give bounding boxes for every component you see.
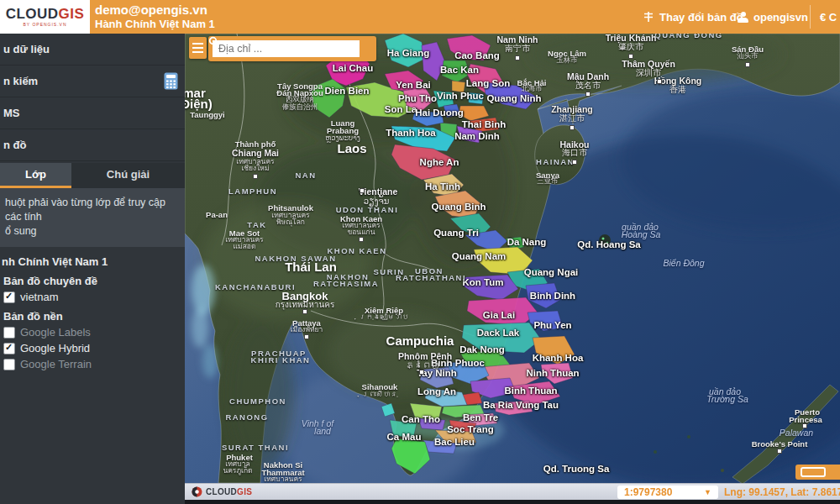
hoang-sa-island — [599, 234, 611, 246]
map-sign-icon — [643, 11, 654, 23]
layer-label: Google Terrain — [20, 358, 92, 370]
cloudgis-mini-icon — [192, 486, 202, 497]
chevron-down-icon: ▼ — [704, 488, 711, 496]
tree-group-thematic[interactable]: Bản đồ chuyên đề — [3, 275, 181, 287]
sidebar-item-data-service[interactable]: u dữ liệu — [0, 34, 185, 66]
search-input[interactable] — [213, 40, 360, 57]
hint-line1: huột phải vào từng lớp để truy cập các t… — [5, 196, 178, 224]
map-canvas[interactable]: Lai ChauHa GiangCao BangBac KanLang SonY… — [185, 34, 840, 483]
logo-text: CLOUDGIS — [6, 7, 85, 21]
currency-label: € C — [820, 11, 837, 24]
overview-map-button[interactable] — [795, 465, 840, 480]
google-hybrid-checkbox[interactable] — [3, 343, 15, 354]
google-labels-checkbox[interactable] — [3, 327, 15, 339]
layer-label: Google Labels — [20, 326, 91, 339]
layer-row-google-labels[interactable]: Google Labels — [3, 326, 181, 339]
cloudgis-app: CLOUDGIS BY OPENGIS.VN demo@opengis.vn H… — [0, 0, 840, 504]
layer-row-google-terrain[interactable]: Google Terrain — [3, 358, 181, 370]
user-icon — [738, 12, 748, 23]
sidebar-item-wms[interactable]: MS — [0, 97, 185, 129]
menu-label: MS — [3, 107, 20, 119]
basemap — [185, 34, 840, 483]
currency-button[interactable]: € C — [820, 0, 837, 34]
layer-row-vietnam[interactable]: vietnam — [3, 291, 181, 303]
overview-map-icon — [801, 467, 826, 477]
status-bar: CLOUDGIS 1:9797380 ▼ Lng: 99.1457, Lat: … — [185, 483, 840, 500]
google-terrain-checkbox[interactable] — [3, 359, 15, 370]
change-map-button[interactable]: Thay đổi bản đồ — [643, 0, 743, 34]
sidebar-tabs: Lớp Chú giải — [0, 163, 185, 188]
user-email: demo@opengis.vn — [95, 3, 215, 18]
hint-line2: ổ sung — [5, 224, 178, 239]
account-label: opengisvn — [753, 11, 808, 24]
sidebar-item-search[interactable]: n kiếm — [0, 66, 185, 97]
logo-subtext: BY OPENGIS.VN — [23, 22, 66, 27]
address-search — [208, 36, 376, 61]
menu-label: n kiếm — [3, 75, 38, 87]
account-button[interactable]: opengisvn — [738, 0, 808, 34]
sidebar-item-map[interactable]: n đồ — [0, 129, 185, 161]
statusbar-logo: CLOUDGIS — [192, 486, 252, 497]
coordinates-readout: Lng: 99.1457, Lat: 7.8617[EPSG:43 — [724, 486, 840, 498]
layer-label: vietnam — [20, 291, 59, 303]
lnglat-value: Lng: 99.1457, Lat: 7.8617 — [724, 486, 840, 498]
scale-selector[interactable]: 1:9797380 ▼ — [617, 486, 718, 499]
header-titles: demo@opengis.vn Hành Chính Việt Nam 1 — [95, 3, 215, 30]
layer-tree: nh Chính Việt Nam 1 Bản đồ chuyên đề vie… — [0, 247, 185, 370]
layer-row-google-hybrid[interactable]: Google Hybrid — [3, 342, 181, 354]
bottom-strip — [185, 500, 840, 504]
change-map-label: Thay đổi bản đồ — [659, 11, 743, 24]
layer-label: Google Hybrid — [20, 342, 90, 354]
vietnam-checkbox[interactable] — [3, 291, 15, 303]
menu-label: n đồ — [3, 139, 26, 151]
sidebar: u dữ liệu n kiếm MS n đồ Lớp Chú giải hu… — [0, 34, 185, 504]
tree-group-base[interactable]: Bản đồ nền — [3, 310, 181, 323]
header-divider — [810, 5, 811, 29]
tab-layers[interactable]: Lớp — [0, 163, 71, 188]
page-title: Hành Chính Việt Nam 1 — [95, 18, 215, 30]
scale-value: 1:9797380 — [624, 486, 672, 498]
tab-legend[interactable]: Chú giải — [71, 163, 185, 188]
calculator-icon[interactable] — [164, 72, 178, 92]
search-button[interactable] — [360, 40, 372, 57]
app-header: CLOUDGIS BY OPENGIS.VN demo@opengis.vn H… — [0, 0, 840, 34]
tree-root-node[interactable]: nh Chính Việt Nam 1 — [2, 255, 181, 268]
search-icon — [208, 36, 220, 48]
cloudgis-logo[interactable]: CLOUDGIS BY OPENGIS.VN — [0, 0, 90, 34]
layers-hint: huột phải vào từng lớp để truy cập các t… — [0, 188, 185, 247]
menu-toggle-button[interactable] — [189, 37, 207, 59]
menu-label: u dữ liệu — [3, 43, 50, 55]
